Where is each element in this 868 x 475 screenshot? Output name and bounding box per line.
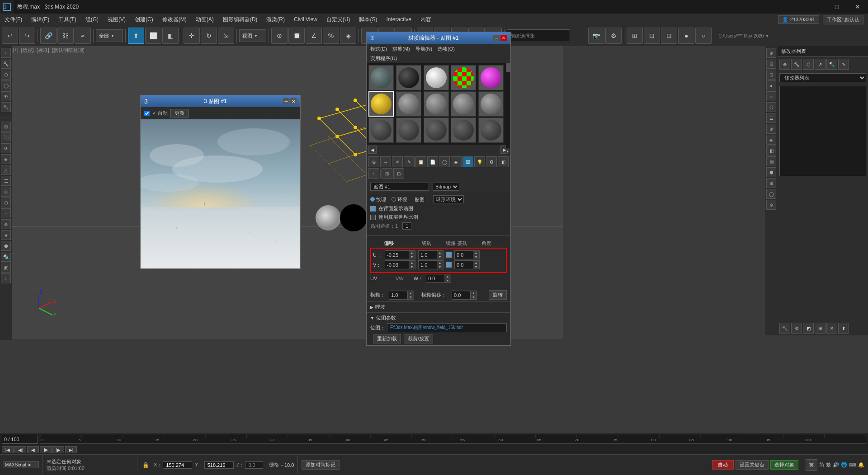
rt-btn-4[interactable]: ● xyxy=(766,80,776,90)
simplified-chinese-btn[interactable]: 简 xyxy=(819,461,824,468)
utilities-panel-btn[interactable]: 🔨 xyxy=(1,102,11,112)
real-world-checkbox[interactable] xyxy=(370,215,376,220)
workspace-selector[interactable]: 工作区: 默认认 xyxy=(823,15,863,24)
go-start-btn[interactable]: |◀ xyxy=(2,446,14,453)
menu-civil-view[interactable]: Civil View xyxy=(289,14,322,25)
v-angle-spin-up[interactable]: ▲ xyxy=(473,261,479,265)
select-region-button[interactable]: ⬜ xyxy=(145,28,161,44)
undo-button[interactable]: ↩ xyxy=(2,28,18,44)
mat-show-map[interactable]: 🖼 xyxy=(462,156,473,167)
select-rotate-button[interactable]: ↻ xyxy=(201,28,217,44)
menu-group[interactable]: 组(G) xyxy=(81,14,103,25)
mat-slot-1-0[interactable] xyxy=(368,91,394,117)
mat-utility-label[interactable]: 实用程序(U) xyxy=(370,56,397,61)
modifier-list-dropdown[interactable]: 修改器列表 xyxy=(779,73,866,82)
mat-delete[interactable]: ✕ xyxy=(392,156,403,167)
crop-button[interactable]: 裁剪/放置 xyxy=(404,334,433,343)
left-btn-5[interactable]: △ xyxy=(1,165,11,175)
step-back-btn[interactable]: ◀| xyxy=(14,446,26,453)
menu-tools[interactable]: 工具(T) xyxy=(54,14,80,25)
keyboard-btn[interactable]: ⌨ xyxy=(849,462,856,468)
toolbar-btn-r1[interactable]: ⊞ xyxy=(627,28,643,44)
set-key-btn[interactable]: 设置关键点 xyxy=(736,460,769,470)
maxscript-btn[interactable]: MAXScript ➤ xyxy=(3,461,39,468)
env-radio[interactable] xyxy=(392,197,396,202)
v-offset-spin-down[interactable]: ▼ xyxy=(409,265,415,269)
mat-slot-1-2[interactable] xyxy=(424,91,449,117)
mat-slot-1-3[interactable] xyxy=(451,91,476,117)
unlink-button[interactable]: ⛓ xyxy=(57,28,74,44)
mat-slot-0-3[interactable] xyxy=(451,65,476,90)
left-btn-1[interactable]: ⊞ xyxy=(1,122,11,132)
mat-reset[interactable]: ◯ xyxy=(439,156,450,167)
left-btn-10[interactable]: ⊗ xyxy=(1,219,11,229)
user-account[interactable]: 👤213203391 xyxy=(778,15,819,24)
mat-get-material[interactable]: ⊕ xyxy=(368,156,379,167)
step-forward-btn[interactable]: |▶ xyxy=(52,446,64,453)
rt-btn-12[interactable]: ⬢ xyxy=(766,167,776,177)
u-angle-spin-up[interactable]: ▲ xyxy=(473,251,479,255)
menu-modifier[interactable]: 修改器(M) xyxy=(158,14,191,25)
v-tile-input[interactable] xyxy=(419,261,437,268)
u-mirror-checkbox[interactable] xyxy=(446,252,452,258)
rt-btn-2[interactable]: ⊟ xyxy=(766,59,776,69)
rp-btn-1[interactable]: ⊕ xyxy=(779,59,790,70)
map-type-select[interactable]: 球形环境 xyxy=(433,195,464,203)
rt-btn-1[interactable]: ⊕ xyxy=(766,48,776,58)
toolbar-btn-r5[interactable]: ○ xyxy=(695,28,712,44)
maximize-button[interactable]: □ xyxy=(826,0,847,14)
select-move-button[interactable]: ✛ xyxy=(184,28,200,44)
u-offset-spin-down[interactable]: ▼ xyxy=(409,255,415,259)
window-crossing-button[interactable]: ◧ xyxy=(162,28,179,44)
menu-create[interactable]: 创建(C) xyxy=(130,14,158,25)
blur-offset-spin-down[interactable]: ▼ xyxy=(471,295,476,299)
menu-graph-editor[interactable]: 图形编辑器(D) xyxy=(218,14,262,25)
rt-btn-10[interactable]: ◧ xyxy=(766,146,776,155)
mat-menu-mode[interactable]: 模式(D) xyxy=(370,46,387,52)
mat-scroll-down-btn[interactable]: ▼ xyxy=(506,148,509,155)
rt-btn-14[interactable]: ◯ xyxy=(766,189,776,199)
rp-extra-1[interactable]: 🔨 xyxy=(779,323,790,334)
channel-value[interactable]: 1 xyxy=(402,222,411,230)
viewport-plus-btn[interactable]: [+] xyxy=(13,47,19,54)
u-offset-input[interactable] xyxy=(385,251,409,259)
material-type-dropdown[interactable]: Bitmap xyxy=(433,183,459,191)
mat-active-slot[interactable]: ◈ xyxy=(451,156,462,167)
mat-menu-navigation[interactable]: 导航(N) xyxy=(415,46,432,52)
menu-edit[interactable]: 编辑(E) xyxy=(27,14,54,25)
left-btn-2[interactable]: ⬛ xyxy=(1,132,11,142)
bitmap-section-title[interactable]: ▼ 位图参数 xyxy=(370,315,507,321)
rp-btn-6[interactable]: ✎ xyxy=(838,59,849,70)
mat-win-close[interactable]: ✕ xyxy=(500,35,507,41)
mat-scroll-left[interactable]: ◀ xyxy=(368,146,377,154)
pivot-button[interactable]: ⊕ xyxy=(271,28,288,44)
left-btn-14[interactable]: ◩ xyxy=(1,263,11,273)
display-panel-btn[interactable]: 👁 xyxy=(1,91,11,101)
w-angle-spin-down[interactable]: ▼ xyxy=(444,278,451,282)
blur-spin-down[interactable]: ▼ xyxy=(408,295,414,299)
notification-btn[interactable]: 🔔 xyxy=(858,462,864,468)
bitmap-auto-checkbox[interactable] xyxy=(144,111,150,116)
bitmap-win-close[interactable]: ✕ xyxy=(290,98,297,104)
rt-btn-3[interactable]: ⊡ xyxy=(766,70,776,80)
rp-extra-3[interactable]: ◩ xyxy=(803,323,814,334)
toolbar-btn-r3[interactable]: ⊡ xyxy=(661,28,677,44)
bitmap-file-path[interactable]: F:\3ds Max\贴图\snow_field_16k.hdr xyxy=(387,323,507,332)
selection-lock-btn[interactable]: 🔒 xyxy=(141,461,150,470)
viewport-shading-btn[interactable]: [默认明暗处理] xyxy=(52,47,85,54)
rt-btn-8[interactable]: ⊕ xyxy=(766,124,776,134)
v-offset-spin-up[interactable]: ▲ xyxy=(409,261,415,265)
left-btn-11[interactable]: ★ xyxy=(1,230,11,240)
input-method-btn[interactable]: 英 xyxy=(806,459,817,471)
rp-btn-5[interactable]: 🔦 xyxy=(826,59,837,70)
texture-radio[interactable] xyxy=(370,197,375,202)
toolbar-btn-r2[interactable]: ⊟ xyxy=(644,28,660,44)
menu-animation[interactable]: 动画(A) xyxy=(191,14,218,25)
left-btn-8[interactable]: ⬡ xyxy=(1,198,11,207)
bitmap-update-button[interactable]: 更新 xyxy=(170,109,189,118)
mat-slot-1-1[interactable] xyxy=(396,91,421,117)
u-tile-spin-down[interactable]: ▼ xyxy=(437,255,443,259)
rt-btn-9[interactable]: ◈ xyxy=(766,135,776,145)
left-btn-3[interactable]: ⟳ xyxy=(1,143,11,153)
u-tile-spin-up[interactable]: ▲ xyxy=(437,251,443,255)
